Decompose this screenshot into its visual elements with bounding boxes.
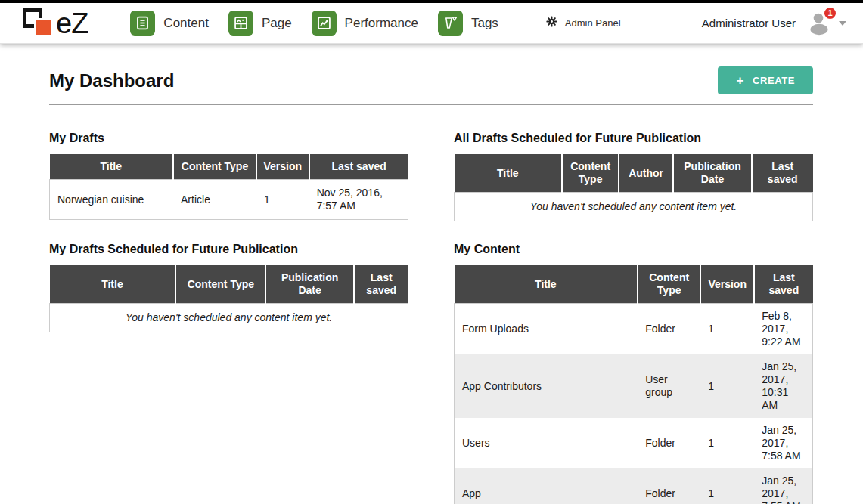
my-drafts-table: Title Content Type Version Last saved No… [49, 154, 408, 220]
section-title: My Drafts [49, 131, 408, 145]
cell-last-saved: Feb 8, 2017, 9:22 AM [754, 304, 812, 355]
ez-logo-icon [18, 7, 56, 40]
column-header: Publication Date [265, 265, 354, 304]
performance-chart-icon [312, 11, 337, 36]
column-header: Title [455, 265, 638, 304]
cell-version: 1 [700, 468, 754, 504]
page-title: My Dashboard [49, 70, 174, 91]
cell-title: App [455, 468, 638, 504]
cell-last-saved: Jan 25, 2017, 10:31 AM [754, 354, 812, 418]
empty-state-row: You haven't scheduled any content item y… [50, 304, 408, 332]
my-drafts-section: My Drafts Title Content Type Version Las… [49, 131, 408, 220]
user-name: Administrator User [702, 17, 796, 29]
column-header: Content Type [173, 154, 256, 180]
admin-panel-button[interactable]: Admin Panel [545, 15, 621, 31]
cell-title: App Contributors [455, 354, 638, 418]
content-list-icon [130, 11, 155, 36]
column-header: Title [455, 154, 563, 193]
dashboard-page: My Dashboard + CREATE My Drafts Title Co… [0, 44, 863, 504]
column-header: Last saved [354, 265, 408, 304]
table-row[interactable]: Norwegian cuisine Article 1 Nov 25, 2016… [50, 180, 408, 220]
empty-state-message: You haven't scheduled any content item y… [455, 193, 813, 221]
nav-item-page[interactable]: Page [228, 11, 292, 36]
gear-icon [545, 15, 558, 31]
column-header: Version [700, 265, 754, 304]
create-button[interactable]: + CREATE [718, 66, 813, 94]
cell-version: 1 [700, 354, 754, 418]
chevron-down-icon[interactable] [839, 21, 846, 26]
all-drafts-scheduled-section: All Drafts Scheduled for Future Publicat… [454, 131, 813, 221]
column-header: Title [50, 154, 174, 180]
cell-title: Form Uploads [455, 304, 638, 355]
nav-label: Performance [345, 16, 418, 31]
cell-title: Norwegian cuisine [50, 180, 174, 220]
column-header: Title [50, 265, 176, 304]
my-content-section: My Content Title Content Type Version La… [454, 243, 813, 504]
cell-last-saved: Nov 25, 2016, 7:57 AM [309, 180, 408, 220]
section-title: My Drafts Scheduled for Future Publicati… [49, 243, 408, 256]
notification-badge[interactable]: 1 [823, 6, 837, 20]
column-header: Publication Date [673, 154, 752, 193]
nav-label: Page [262, 16, 292, 31]
cell-content-type: Folder [638, 418, 700, 468]
divider [49, 104, 813, 105]
ez-logo-text: eZ [56, 9, 88, 38]
create-button-label: CREATE [753, 75, 795, 86]
nav-item-content[interactable]: Content [130, 11, 209, 36]
column-header: Last saved [752, 154, 813, 193]
my-content-table: Title Content Type Version Last saved Fo… [454, 265, 813, 504]
nav-label: Content [163, 16, 209, 31]
cell-version: 1 [700, 418, 754, 468]
table-row[interactable]: App Folder 1 Jan 25, 2017, 7:55 AM [455, 468, 813, 504]
all-drafts-scheduled-table: Title Content Type Author Publication Da… [454, 154, 813, 221]
topbar: eZ Content Page [0, 3, 863, 44]
my-drafts-scheduled-table: Title Content Type Publication Date Last… [49, 265, 408, 332]
column-header: Last saved [309, 154, 408, 180]
admin-panel-label: Admin Panel [565, 17, 621, 29]
cell-title: Users [455, 418, 638, 468]
nav-item-tags[interactable]: Tags [438, 11, 498, 36]
column-header: Content Type [638, 265, 700, 304]
column-header: Content Type [175, 265, 265, 304]
cell-content-type: User group [638, 354, 700, 418]
table-row[interactable]: Form Uploads Folder 1 Feb 8, 2017, 9:22 … [455, 304, 813, 355]
column-header: Version [256, 154, 309, 180]
column-header: Last saved [754, 265, 812, 304]
section-title: My Content [454, 243, 813, 256]
user-menu-button[interactable]: 1 [806, 11, 832, 36]
empty-state-message: You haven't scheduled any content item y… [50, 304, 408, 332]
ez-logo[interactable]: eZ [18, 7, 88, 40]
cell-content-type: Folder [638, 304, 700, 355]
nav-label: Tags [471, 16, 498, 31]
empty-state-row: You haven't scheduled any content item y… [455, 193, 813, 221]
nav-item-performance[interactable]: Performance [312, 11, 418, 36]
cell-version: 1 [700, 304, 754, 355]
my-drafts-scheduled-section: My Drafts Scheduled for Future Publicati… [49, 243, 408, 332]
page-layout-icon [228, 11, 253, 36]
cell-content-type: Folder [638, 468, 700, 504]
user-area: Administrator User 1 [702, 11, 846, 36]
cell-last-saved: Jan 25, 2017, 7:55 AM [754, 468, 812, 504]
column-header: Content Type [562, 154, 619, 193]
section-title: All Drafts Scheduled for Future Publicat… [454, 131, 813, 145]
table-row[interactable]: App Contributors User group 1 Jan 25, 20… [455, 354, 813, 418]
cell-content-type: Article [173, 180, 256, 220]
cell-version: 1 [256, 180, 309, 220]
column-header: Author [619, 154, 673, 193]
plus-icon: + [736, 76, 744, 85]
cell-last-saved: Jan 25, 2017, 7:58 AM [754, 418, 812, 468]
tags-icon [438, 11, 463, 36]
table-row[interactable]: Users Folder 1 Jan 25, 2017, 7:58 AM [455, 418, 813, 468]
